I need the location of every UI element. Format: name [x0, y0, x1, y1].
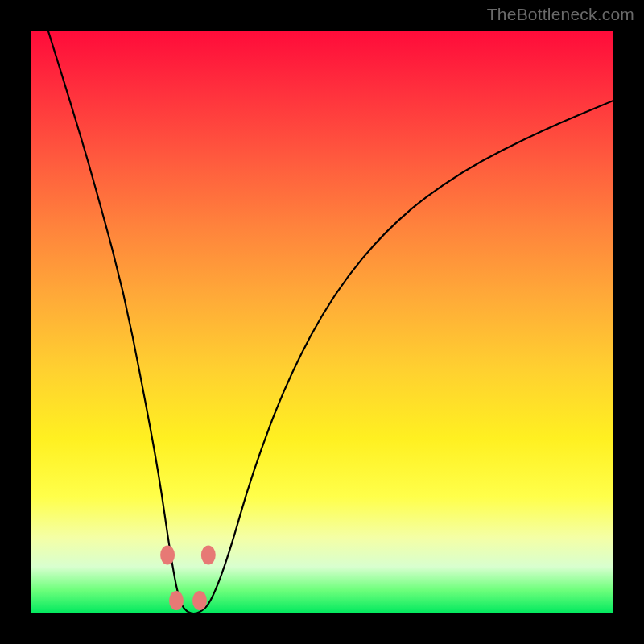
- bottleneck-curve: [48, 31, 613, 613]
- marker-dot-1: [201, 546, 216, 565]
- marker-group: [160, 546, 216, 611]
- watermark-text: TheBottleneck.com: [487, 5, 634, 24]
- marker-dot-0: [160, 546, 175, 565]
- plot-area: [31, 31, 613, 613]
- marker-dot-3: [192, 591, 207, 610]
- curve-svg: [31, 31, 613, 613]
- marker-dot-2: [169, 591, 184, 610]
- outer-frame: TheBottleneck.com: [0, 0, 644, 644]
